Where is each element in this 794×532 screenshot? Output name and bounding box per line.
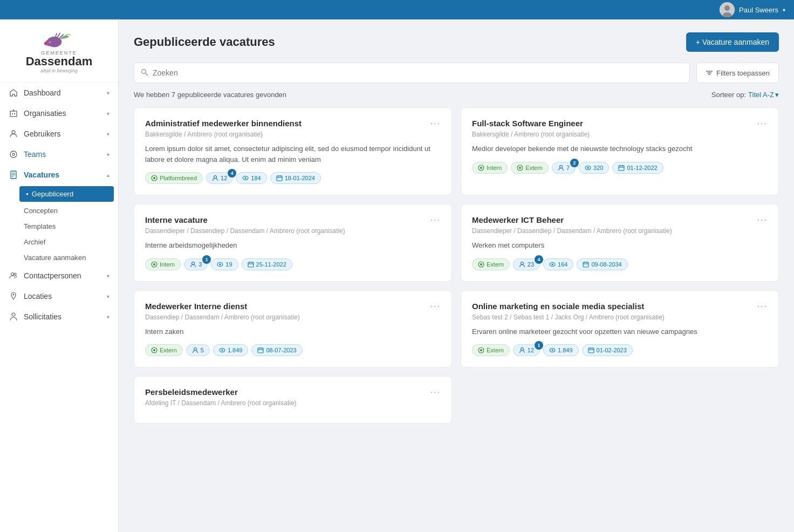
chevron-down-icon: ▾	[107, 273, 109, 279]
vacature-card: Persbeleidsmedewerker ··· Afdeling IT / …	[134, 376, 452, 424]
tag-type: Intern	[472, 162, 508, 174]
vacature-org: Bakkersgilde / Ambrero (root organisatie…	[472, 131, 768, 138]
sidebar: GEMEENTE Dassendam altijd in beweging Da…	[0, 19, 119, 532]
svg-point-62	[480, 263, 482, 265]
svg-point-53	[153, 263, 155, 265]
svg-point-9	[50, 42, 50, 43]
sidebar-item-vacature-aanmaken[interactable]: Vacature aanmaken	[0, 250, 118, 265]
sidebar-item-teams[interactable]: Teams ▾	[0, 144, 118, 165]
svg-rect-14	[14, 113, 15, 114]
avatar	[720, 2, 735, 17]
sidebar-item-concepten[interactable]: Concepten	[0, 203, 118, 219]
logo-name: Dassendam	[26, 56, 93, 67]
tag-type: Extern	[472, 344, 510, 356]
vacatures-grid: Administratief medewerker binnendienst ·…	[134, 107, 779, 424]
sidebar-item-dashboard[interactable]: Dashboard ▾	[0, 83, 118, 103]
document-icon	[9, 170, 18, 180]
sidebar-item-gebruikers[interactable]: Gebruikers ▾	[0, 124, 118, 144]
vacature-title: Full-stack Software Engineer	[472, 119, 583, 128]
svg-point-34	[214, 176, 217, 179]
svg-point-83	[552, 350, 553, 351]
svg-point-56	[220, 263, 221, 265]
svg-point-54	[192, 262, 195, 264]
building-icon	[9, 108, 18, 118]
sidebar-item-templates[interactable]: Templates	[0, 219, 118, 234]
sidebar-item-vacatures-label: Vacatures	[24, 170, 101, 179]
svg-line-6	[57, 33, 59, 37]
sidebar-item-contactpersonen-label: Contactpersonen	[24, 271, 101, 280]
logo-svg	[27, 30, 92, 50]
vacature-desc: Werken met computers	[472, 240, 768, 251]
chevron-down-icon: ▾	[107, 152, 109, 158]
svg-point-17	[10, 151, 17, 158]
more-options-button[interactable]: ···	[757, 302, 768, 311]
vacature-org: Dassendieper / Dassendiep / Dassendam / …	[472, 227, 768, 235]
tag-date: 08-07-2023	[251, 344, 302, 356]
svg-rect-57	[248, 262, 254, 267]
tag-type: Extern	[472, 258, 510, 270]
sidebar-item-vacatures[interactable]: Vacatures ▴	[0, 165, 118, 185]
person-icon	[9, 312, 18, 322]
sidebar-item-archief[interactable]: Archief	[0, 234, 118, 250]
sidebar-item-locaties[interactable]: Locaties ▾	[0, 286, 118, 306]
sidebar-logo: GEMEENTE Dassendam altijd in beweging	[0, 19, 118, 83]
svg-rect-48	[619, 166, 624, 170]
vacature-org: Sebas test 2 / Sebas test 1 / Jacks Org …	[472, 313, 768, 321]
vacature-tags: Intern Extern 72 320 01-12-2022	[472, 162, 768, 174]
search-icon	[141, 69, 148, 78]
notification-badge: 1	[202, 255, 211, 264]
vacature-card: Online marketing en sociale media specia…	[461, 290, 779, 368]
sidebar-item-sollicitaties[interactable]: Sollicitaties ▾	[0, 306, 118, 327]
more-options-button[interactable]: ···	[430, 387, 441, 397]
more-options-button[interactable]: ···	[430, 119, 441, 128]
chevron-up-icon: ▴	[107, 172, 109, 178]
tag-date: 25-11-2022	[242, 258, 292, 270]
filter-icon	[706, 69, 713, 77]
search-box	[134, 63, 690, 83]
chevron-down-icon: ▾	[107, 111, 109, 117]
svg-point-24	[14, 273, 16, 275]
chevron-down-icon: ▾	[107, 294, 109, 299]
more-options-button[interactable]: ···	[757, 215, 768, 225]
svg-point-36	[245, 178, 247, 179]
vacature-card: Medewerker ICT Beheer ··· Dassendieper /…	[461, 204, 779, 282]
svg-point-23	[11, 273, 14, 276]
vacature-card: Medewerker Interne dienst ··· Dassendiep…	[134, 290, 452, 368]
vacature-desc: Lorem ipsum dolor sit amet, consectetur …	[145, 144, 441, 165]
sidebar-item-organisaties[interactable]: Organisaties ▾	[0, 103, 118, 124]
vacature-org: Dassendieper / Dassendiep / Dassendam / …	[145, 227, 441, 235]
tag-views: 164	[543, 258, 573, 270]
more-options-button[interactable]: ···	[430, 215, 441, 225]
vacature-org: Afdeling IT / Dassendam / Ambrero (root …	[145, 399, 441, 407]
more-options-button[interactable]: ···	[757, 119, 768, 128]
add-vacature-button[interactable]: + Vacature aanmaken	[686, 32, 779, 52]
more-options-button[interactable]: ···	[430, 302, 441, 311]
svg-point-74	[221, 350, 223, 351]
vacature-card: Interne vacature ··· Dassendieper / Dass…	[134, 204, 452, 282]
search-input[interactable]	[153, 63, 683, 83]
sidebar-item-gepubliceerd[interactable]: Gepubliceerd	[19, 186, 114, 202]
sort-value[interactable]: Titel A-Z ▾	[748, 91, 779, 99]
filter-button[interactable]: Filters toepassen	[696, 63, 779, 83]
svg-rect-37	[277, 176, 282, 181]
svg-point-1	[724, 5, 730, 11]
user-menu[interactable]: Paul Sweers ▾	[720, 2, 785, 17]
vacature-tags: Intern 31 19 25-11-2022	[145, 258, 441, 270]
user-name: Paul Sweers	[739, 6, 778, 14]
tag-views: 1.849	[213, 344, 249, 356]
tag-views: 1.849	[543, 344, 579, 356]
notification-badge: 1	[535, 341, 543, 350]
svg-line-28	[146, 73, 148, 76]
vacature-title: Medewerker ICT Beheer	[472, 215, 564, 224]
search-filter-row: Filters toepassen	[134, 63, 779, 83]
svg-point-18	[12, 153, 15, 155]
chevron-down-icon: ▾	[107, 314, 109, 320]
sidebar-item-organisaties-label: Organisaties	[24, 109, 101, 118]
tag-date: 09-08-2034	[577, 258, 627, 270]
chevron-down-icon: ▾	[107, 90, 109, 96]
sidebar-item-contactpersonen[interactable]: Contactpersonen ▾	[0, 265, 118, 286]
svg-point-65	[552, 263, 553, 265]
tag-date: 01-12-2022	[612, 162, 663, 174]
vacature-tags: Platformbreed 124 184 18-01-2024	[145, 172, 441, 184]
vacature-tags: Extern 121 1.849 01-02-2023	[472, 344, 768, 356]
